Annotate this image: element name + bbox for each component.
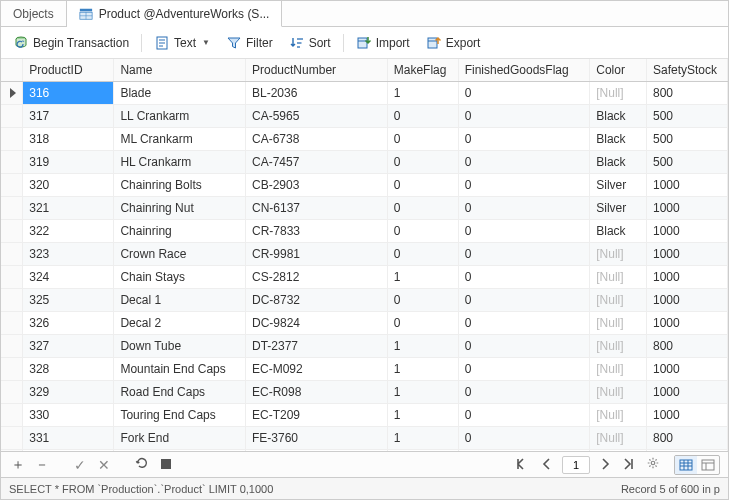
table-row[interactable]: 329Road End CapsEC-R09810[Null]1000 (1, 381, 728, 404)
cell-productnumber[interactable]: EC-M092 (246, 358, 388, 381)
cell-name[interactable]: Chainring (114, 220, 246, 243)
cell-productid[interactable]: 331 (23, 427, 114, 450)
cell-makeflag[interactable]: 0 (387, 128, 458, 151)
cell-finishedgoodsflag[interactable]: 0 (458, 151, 590, 174)
cell-makeflag[interactable]: 1 (387, 266, 458, 289)
cell-productnumber[interactable]: DC-9824 (246, 312, 388, 335)
table-row[interactable]: 331Fork EndFE-376010[Null]800 (1, 427, 728, 450)
cell-color[interactable]: [Null] (590, 358, 647, 381)
cell-finishedgoodsflag[interactable]: 0 (458, 266, 590, 289)
delete-row-button[interactable]: － (33, 456, 51, 474)
cell-makeflag[interactable]: 0 (387, 450, 458, 452)
table-row[interactable]: 321Chainring NutCN-613700Silver1000 (1, 197, 728, 220)
cell-productnumber[interactable]: FE-3760 (246, 427, 388, 450)
column-header-name[interactable]: Name (114, 59, 246, 82)
cell-makeflag[interactable]: 1 (387, 381, 458, 404)
cell-safetystock[interactable]: 500 (646, 450, 727, 452)
cell-productid[interactable]: 332 (23, 450, 114, 452)
cell-makeflag[interactable]: 1 (387, 427, 458, 450)
table-row[interactable]: 318ML CrankarmCA-673800Black500 (1, 128, 728, 151)
sort-button[interactable]: Sort (283, 32, 337, 54)
table-row[interactable]: 332FreewheelFH-298100Silver500 (1, 450, 728, 452)
cell-safetystock[interactable]: 1000 (646, 243, 727, 266)
cell-name[interactable]: Chain Stays (114, 266, 246, 289)
cell-productid[interactable]: 324 (23, 266, 114, 289)
cell-productnumber[interactable]: DC-8732 (246, 289, 388, 312)
cell-name[interactable]: Fork End (114, 427, 246, 450)
cell-color[interactable]: [Null] (590, 381, 647, 404)
cell-makeflag[interactable]: 0 (387, 289, 458, 312)
cell-makeflag[interactable]: 0 (387, 197, 458, 220)
table-row[interactable]: 324Chain StaysCS-281210[Null]1000 (1, 266, 728, 289)
row-gutter[interactable] (1, 197, 23, 220)
cell-finishedgoodsflag[interactable]: 0 (458, 289, 590, 312)
cell-productid[interactable]: 320 (23, 174, 114, 197)
filter-button[interactable]: Filter (220, 32, 279, 54)
cell-productnumber[interactable]: CB-2903 (246, 174, 388, 197)
column-header-productid[interactable]: ProductID (23, 59, 114, 82)
cell-productid[interactable]: 317 (23, 105, 114, 128)
row-gutter[interactable] (1, 335, 23, 358)
cell-color[interactable]: Black (590, 105, 647, 128)
tab-objects[interactable]: Objects (1, 1, 67, 26)
cell-productnumber[interactable]: FH-2981 (246, 450, 388, 452)
cell-name[interactable]: Crown Race (114, 243, 246, 266)
cell-productnumber[interactable]: CS-2812 (246, 266, 388, 289)
cell-safetystock[interactable]: 800 (646, 427, 727, 450)
cell-finishedgoodsflag[interactable]: 0 (458, 174, 590, 197)
cell-productid[interactable]: 329 (23, 381, 114, 404)
cell-color[interactable]: Silver (590, 197, 647, 220)
first-page-button[interactable] (514, 457, 532, 473)
table-row[interactable]: 322ChainringCR-783300Black1000 (1, 220, 728, 243)
cell-name[interactable]: Decal 1 (114, 289, 246, 312)
cell-name[interactable]: ML Crankarm (114, 128, 246, 151)
cell-productnumber[interactable]: DT-2377 (246, 335, 388, 358)
cell-finishedgoodsflag[interactable]: 0 (458, 105, 590, 128)
cell-color[interactable]: Black (590, 220, 647, 243)
row-gutter[interactable] (1, 450, 23, 452)
cell-productnumber[interactable]: CN-6137 (246, 197, 388, 220)
cell-makeflag[interactable]: 1 (387, 358, 458, 381)
cell-finishedgoodsflag[interactable]: 0 (458, 197, 590, 220)
cell-safetystock[interactable]: 500 (646, 105, 727, 128)
cell-finishedgoodsflag[interactable]: 0 (458, 335, 590, 358)
column-header-color[interactable]: Color (590, 59, 647, 82)
cell-safetystock[interactable]: 1000 (646, 381, 727, 404)
row-gutter[interactable] (1, 404, 23, 427)
cell-productid[interactable]: 322 (23, 220, 114, 243)
row-gutter[interactable] (1, 312, 23, 335)
table-row[interactable]: 330Touring End CapsEC-T20910[Null]1000 (1, 404, 728, 427)
cell-color[interactable]: [Null] (590, 289, 647, 312)
row-gutter[interactable] (1, 105, 23, 128)
export-button[interactable]: Export (420, 32, 487, 54)
cell-productnumber[interactable]: CR-9981 (246, 243, 388, 266)
page-input[interactable] (562, 456, 590, 474)
cell-safetystock[interactable]: 1000 (646, 289, 727, 312)
cell-name[interactable]: Road End Caps (114, 381, 246, 404)
cell-name[interactable]: Blade (114, 82, 246, 105)
row-gutter[interactable] (1, 381, 23, 404)
commit-button[interactable]: ✓ (71, 457, 89, 473)
cell-name[interactable]: Chainring Bolts (114, 174, 246, 197)
cell-finishedgoodsflag[interactable]: 0 (458, 450, 590, 452)
last-page-button[interactable] (620, 457, 638, 473)
cell-safetystock[interactable]: 1000 (646, 358, 727, 381)
cell-name[interactable]: Touring End Caps (114, 404, 246, 427)
grid-view-button[interactable] (675, 456, 697, 474)
refresh-button[interactable] (133, 456, 151, 473)
cell-color[interactable]: [Null] (590, 404, 647, 427)
cell-productid[interactable]: 323 (23, 243, 114, 266)
cell-finishedgoodsflag[interactable]: 0 (458, 220, 590, 243)
cell-name[interactable]: HL Crankarm (114, 151, 246, 174)
table-row[interactable]: 316BladeBL-203610[Null]800 (1, 82, 728, 105)
cell-finishedgoodsflag[interactable]: 0 (458, 427, 590, 450)
cell-finishedgoodsflag[interactable]: 0 (458, 358, 590, 381)
cell-makeflag[interactable]: 1 (387, 82, 458, 105)
column-header-productnumber[interactable]: ProductNumber (246, 59, 388, 82)
row-gutter[interactable] (1, 220, 23, 243)
cell-color[interactable]: [Null] (590, 266, 647, 289)
row-gutter[interactable] (1, 427, 23, 450)
cell-productid[interactable]: 327 (23, 335, 114, 358)
cell-name[interactable]: Chainring Nut (114, 197, 246, 220)
table-row[interactable]: 319HL CrankarmCA-745700Black500 (1, 151, 728, 174)
